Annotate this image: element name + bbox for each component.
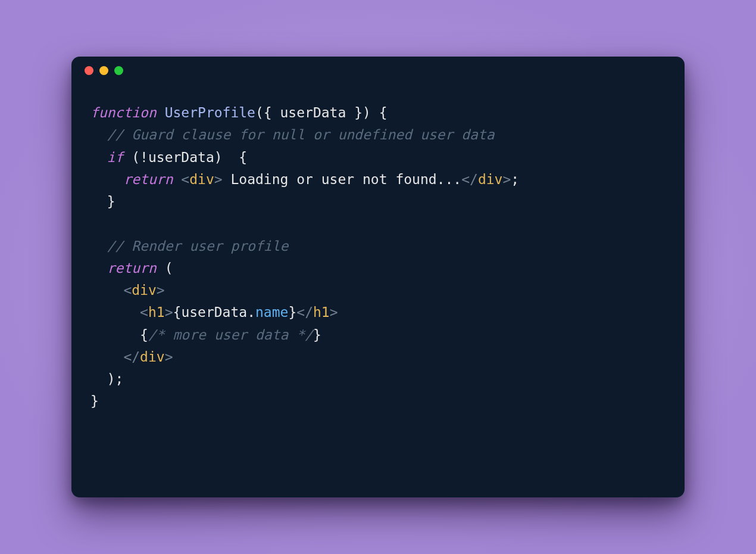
keyword-if: if [107, 150, 124, 165]
slash: / [470, 172, 478, 187]
rbrace-1: } [288, 304, 296, 320]
angle-close-6: > [165, 349, 173, 365]
paren-close: ); [107, 371, 124, 387]
tag-h1-open: h1 [148, 304, 165, 320]
angle-close-4: > [165, 304, 173, 320]
slash-2: / [305, 304, 313, 320]
keyword-return-1: return [123, 172, 173, 187]
window-titlebar [71, 57, 685, 84]
if-cond: (!userData) { [123, 150, 247, 165]
angle-open: < [181, 172, 189, 187]
param-userdata: userData [280, 105, 346, 120]
lbrace-1: { [173, 304, 182, 320]
tag-h1-close: h1 [313, 304, 330, 320]
code-window: function UserProfile({ userData }) { // … [71, 57, 685, 497]
sig-open: ({ [255, 105, 280, 120]
keyword-function: function [90, 105, 157, 120]
lbrace-2: { [140, 327, 148, 343]
sig-close: }) { [346, 105, 387, 120]
function-name: UserProfile [165, 105, 255, 120]
dot: . [247, 304, 255, 320]
if-close-brace: } [107, 194, 115, 209]
angle-open-3: < [123, 282, 132, 298]
fn-close-brace: } [90, 393, 99, 409]
keyword-return-2: return [107, 260, 157, 276]
angle-close-3: > [157, 282, 165, 298]
tag-div-close-2: div [140, 349, 165, 365]
code-block: function UserProfile({ userData }) { // … [71, 84, 685, 413]
close-icon[interactable] [85, 66, 93, 75]
zoom-icon[interactable] [114, 66, 123, 75]
slash-3: / [132, 349, 140, 365]
space [173, 172, 181, 187]
tag-div-close: div [478, 172, 503, 187]
semicolon: ; [511, 172, 519, 187]
angle-close: > [214, 172, 223, 187]
angle-close-2: > [502, 172, 511, 187]
expr-userdata: userData [181, 304, 247, 320]
expr-name: name [255, 304, 288, 320]
rbrace-2: } [313, 327, 321, 343]
angle-open-4: < [140, 304, 148, 320]
minimize-icon[interactable] [99, 66, 108, 75]
tag-div-open: div [189, 172, 214, 187]
angle-open-2: < [461, 172, 470, 187]
angle-close-5: > [330, 304, 338, 320]
tag-div-open-2: div [132, 282, 157, 298]
comment-guard: // Guard clause for null or undefined us… [107, 127, 495, 142]
comment-jsx: /* more user data */ [148, 327, 313, 343]
angle-open-5: < [296, 304, 305, 320]
paren-open: ( [157, 260, 173, 276]
comment-render: // Render user profile [107, 238, 289, 254]
loading-text: Loading or user not found... [223, 172, 462, 187]
angle-open-6: < [123, 349, 132, 365]
